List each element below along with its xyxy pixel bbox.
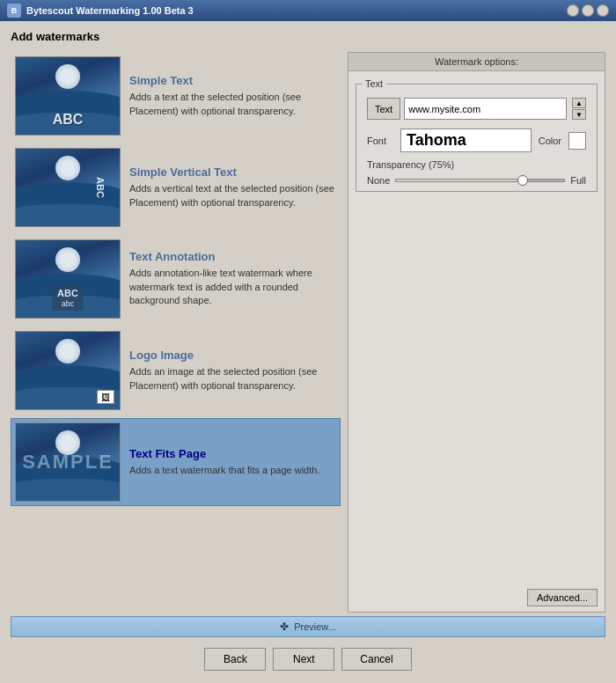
watermark-desc-logo-image: Adds an image at the selected position (… (129, 365, 336, 393)
color-label: Color (539, 136, 561, 146)
app-icon: B (7, 4, 21, 18)
watermark-name-simple-text: Simple Text (129, 74, 336, 87)
options-footer: Advanced... (348, 584, 605, 612)
thumb-vertical-text: ABC (15, 148, 121, 227)
watermark-name-text-fits-page: Text Fits Page (129, 447, 336, 460)
color-swatch[interactable] (568, 132, 586, 150)
text-tab-button[interactable]: Text (367, 98, 400, 120)
thumb-logo-image: 🖼 (15, 331, 121, 410)
watermark-desc-simple-text: Adds a text at the selected position (se… (129, 91, 336, 118)
transparency-label: Transparency (75%) (367, 159, 586, 170)
font-label: Font (367, 136, 393, 146)
watermark-info-vertical-text: Simple Vertical Text Adds a vertical tex… (129, 165, 336, 209)
font-name-display[interactable]: Tahoma (400, 129, 532, 152)
transparency-row: Transparency (75%) (362, 156, 591, 175)
thumb-annotation: ABC abc (15, 239, 121, 319)
thumb-simple-text: ABC (15, 56, 121, 136)
watermark-item-text-fits-page[interactable]: SAMPLE Text Fits Page Adds a text waterm… (11, 418, 341, 506)
text-scroll-controls: ▲ ▼ (572, 98, 586, 120)
slider-track[interactable] (395, 179, 565, 182)
back-button[interactable]: Back (204, 648, 266, 671)
watermark-info-annotation: Text Annotation Adds annotation-like tex… (129, 250, 336, 307)
preview-text: Preview... (294, 621, 336, 632)
watermark-info-text-fits-page: Text Fits Page Adds a text watermark tha… (129, 447, 336, 477)
watermark-item-simple-text[interactable]: ABC Simple Text Adds a text at the selec… (11, 52, 341, 140)
thumb-text-fits-page: SAMPLE (15, 422, 121, 502)
window-title: Bytescout Watermarking 1.00 Beta 3 (26, 5, 194, 16)
slider-none-label: None (367, 175, 390, 186)
slider-fill (396, 180, 522, 181)
slider-row: None Full (362, 175, 591, 186)
text-input[interactable] (404, 98, 567, 120)
text-section-legend: Text (362, 78, 386, 89)
watermark-info-simple-text: Simple Text Adds a text at the selected … (129, 74, 336, 118)
window-controls (567, 4, 609, 17)
image-icon: 🖼 (97, 390, 114, 404)
watermark-name-annotation: Text Annotation (129, 250, 336, 263)
options-body: Text Text ▲ ▼ Font Tahoma Color (348, 71, 605, 584)
font-row: Font Tahoma Color (362, 125, 591, 156)
scroll-up-button[interactable]: ▲ (572, 98, 586, 108)
watermark-item-vertical-text[interactable]: ABC Simple Vertical Text Adds a vertical… (11, 143, 341, 231)
text-section: Text Text ▲ ▼ Font Tahoma Color (356, 78, 598, 192)
watermark-desc-annotation: Adds annotation-like text watermark wher… (129, 267, 336, 307)
minimize-button[interactable] (567, 4, 579, 17)
watermark-name-vertical-text: Simple Vertical Text (129, 165, 336, 179)
text-input-row: Text ▲ ▼ (362, 92, 591, 125)
watermark-name-logo-image: Logo Image (129, 349, 336, 362)
slider-full-label: Full (570, 175, 586, 186)
options-header: Watermark options: (348, 53, 605, 71)
content-area: ABC Simple Text Adds a text at the selec… (11, 52, 605, 613)
maximize-button[interactable] (582, 4, 594, 17)
slider-thumb[interactable] (517, 175, 528, 186)
bottom-buttons: Back Next Cancel (11, 641, 605, 674)
watermark-desc-text-fits-page: Adds a text watermark that fits a page w… (129, 464, 336, 477)
watermark-desc-vertical-text: Adds a vertical text at the selected pos… (129, 182, 336, 209)
watermark-info-logo-image: Logo Image Adds an image at the selected… (129, 349, 336, 393)
close-button[interactable] (597, 4, 609, 17)
watermark-item-annotation[interactable]: ABC abc Text Annotation Adds annotation-… (11, 235, 341, 323)
scroll-down-button[interactable]: ▼ (572, 109, 586, 120)
title-bar: B Bytescout Watermarking 1.00 Beta 3 (0, 0, 616, 21)
preview-icon: ✤ (280, 621, 289, 633)
page-title: Add watermarks (11, 30, 605, 43)
options-panel: Watermark options: Text Text ▲ ▼ Font (348, 52, 605, 613)
preview-bar[interactable]: ✤ Preview... (11, 616, 605, 637)
cancel-button[interactable]: Cancel (341, 648, 411, 671)
main-container: Add watermarks ABC Simple Text Adds a te… (0, 21, 616, 683)
watermark-item-logo-image[interactable]: 🖼 Logo Image Adds an image at the select… (11, 327, 341, 415)
advanced-button[interactable]: Advanced... (527, 589, 598, 606)
watermark-list: ABC Simple Text Adds a text at the selec… (11, 52, 341, 613)
next-button[interactable]: Next (273, 648, 334, 671)
